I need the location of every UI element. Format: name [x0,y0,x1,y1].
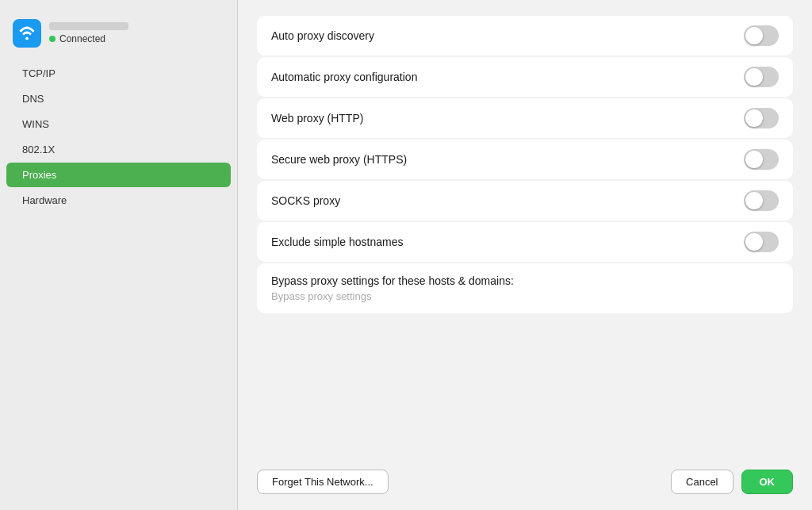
status-dot [49,36,56,42]
main-panel: Auto proxy discoveryAutomatic proxy conf… [238,0,812,510]
sidebar: Connected TCP/IPDNSWINS802.1XProxiesHard… [0,0,238,510]
proxy-row-web-http: Web proxy (HTTP) [257,98,793,138]
network-name-bar [49,22,128,30]
proxy-row-socks: SOCKS proxy [257,181,793,220]
footer: Forget This Network... Cancel OK [257,457,793,494]
wifi-header: Connected [0,13,237,60]
cancel-button[interactable]: Cancel [671,470,733,494]
action-buttons: Cancel OK [671,470,793,494]
proxy-label-auto-discovery: Auto proxy discovery [271,29,374,42]
wifi-icon [13,19,41,48]
wifi-status: Connected [49,33,128,44]
forget-network-button[interactable]: Forget This Network... [257,470,389,494]
sidebar-item-hardware[interactable]: Hardware [6,188,231,213]
sidebar-item-802x[interactable]: 802.1X [6,137,231,162]
proxy-row-auto-discovery: Auto proxy discovery [257,16,793,56]
sidebar-item-wins[interactable]: WINS [6,112,231,136]
proxy-label-socks: SOCKS proxy [271,194,340,207]
toggle-web-http[interactable] [744,108,779,128]
sidebar-nav: TCP/IPDNSWINS802.1XProxiesHardware [0,60,237,213]
sidebar-item-tcp-ip[interactable]: TCP/IP [6,61,231,86]
toggle-socks[interactable] [744,190,779,211]
sidebar-item-dns[interactable]: DNS [6,86,231,111]
toggle-auto-discovery[interactable] [744,25,779,46]
wifi-info: Connected [49,22,128,44]
proxy-row-bypass: Bypass proxy settings for these hosts & … [257,263,793,313]
proxy-row-auto-config: Automatic proxy configuration [257,57,793,97]
bypass-title: Bypass proxy settings for these hosts & … [271,274,514,287]
proxy-label-exclude-hostnames: Exclude simple hostnames [271,236,404,248]
status-text: Connected [59,33,105,44]
proxy-label-secure-https: Secure web proxy (HTTPS) [271,153,407,166]
proxy-row-secure-https: Secure web proxy (HTTPS) [257,140,793,179]
svg-point-0 [25,37,29,40]
toggle-exclude-hostnames[interactable] [744,232,779,252]
ok-button[interactable]: OK [741,470,794,494]
proxy-label-web-http: Web proxy (HTTP) [271,112,363,125]
proxy-list: Auto proxy discoveryAutomatic proxy conf… [257,16,793,457]
toggle-auto-config[interactable] [744,67,779,87]
proxy-label-auto-config: Automatic proxy configuration [271,71,417,83]
bypass-placeholder[interactable]: Bypass proxy settings [271,290,371,302]
sidebar-item-proxies[interactable]: Proxies [6,163,231,187]
proxy-row-exclude-hostnames: Exclude simple hostnames [257,222,793,262]
toggle-secure-https[interactable] [744,149,779,170]
